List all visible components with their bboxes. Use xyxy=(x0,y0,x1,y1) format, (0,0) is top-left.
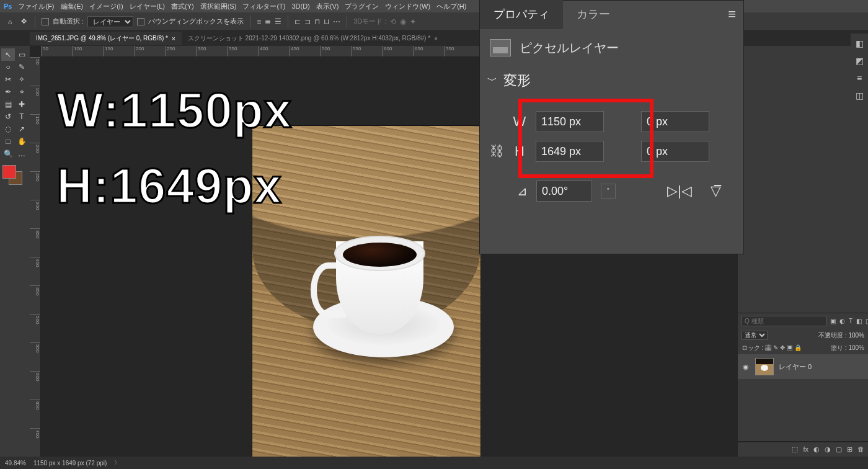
align-icon[interactable]: ⊓ xyxy=(314,17,320,26)
move-tool[interactable]: ↖ xyxy=(1,48,15,61)
auto-select-dropdown[interactable]: レイヤー xyxy=(87,16,133,27)
flip-horizontal-icon[interactable]: ▷|◁ xyxy=(667,183,692,199)
direct-tool[interactable]: ↗ xyxy=(15,123,29,135)
lock-icon[interactable]: ✎ xyxy=(773,344,778,351)
panel-menu-icon[interactable]: ≡ xyxy=(728,6,736,22)
h-label: H xyxy=(511,143,528,159)
adjustment-icon[interactable]: ◑ xyxy=(825,445,831,453)
angle-input[interactable] xyxy=(536,181,592,202)
menu-item[interactable]: 表示(V) xyxy=(316,2,339,11)
filter-icon[interactable]: ◐ xyxy=(839,318,845,324)
lock-icon[interactable]: ▦ xyxy=(765,344,771,351)
menu-item[interactable]: レイヤー(L) xyxy=(130,2,165,11)
stamp-tool[interactable]: ✚ xyxy=(15,98,29,110)
angle-dropdown[interactable]: ˅ xyxy=(601,184,616,199)
crop-tool[interactable]: ✂ xyxy=(1,73,15,86)
lock-icon[interactable]: 🔒 xyxy=(794,344,802,351)
group-icon[interactable]: ▢ xyxy=(836,445,842,453)
menu-item[interactable]: 書式(Y) xyxy=(171,2,194,11)
3d-icon[interactable]: ◉ xyxy=(400,17,406,26)
filter-icon[interactable]: ◧ xyxy=(856,318,862,324)
heal-tool[interactable]: ⌖ xyxy=(15,86,29,98)
panel-icon[interactable]: ≡ xyxy=(857,73,862,83)
new-layer-icon[interactable]: ⊞ xyxy=(847,445,852,453)
3d-icon[interactable]: ✦ xyxy=(410,17,416,26)
opacity-value[interactable]: 100% xyxy=(848,332,864,339)
hand-tool[interactable]: ✋ xyxy=(15,135,29,148)
close-icon[interactable]: × xyxy=(434,35,438,42)
filter-icon[interactable]: ▣ xyxy=(830,318,836,324)
opacity-label: 不透明度 : xyxy=(818,332,847,339)
frame-tool[interactable]: ✧ xyxy=(15,73,29,86)
eyedropper-tool[interactable]: ✒ xyxy=(1,86,15,98)
mask-icon[interactable]: ◐ xyxy=(813,445,820,453)
3d-icon[interactable]: ⟲ xyxy=(390,17,396,26)
link-icon[interactable]: ⛓ xyxy=(490,143,502,159)
bbox-checkbox[interactable] xyxy=(137,18,144,25)
zoom-value[interactable]: 49.84% xyxy=(5,460,26,467)
fg-color[interactable] xyxy=(2,165,16,179)
document-tab[interactable]: スクリーンショット 2021-12-29 140302.png @ 60.6% … xyxy=(182,32,444,45)
blend-mode-dropdown[interactable]: 通常 xyxy=(742,331,768,340)
chevron-right-icon[interactable]: 〉 xyxy=(114,458,120,467)
menu-item[interactable]: ヘルプ(H) xyxy=(436,2,466,11)
transform-section-header[interactable]: ﹀ 変形 xyxy=(480,68,743,94)
menu-item[interactable]: プラグイン xyxy=(345,2,379,11)
x-input[interactable] xyxy=(641,111,709,132)
menu-item[interactable]: フィルター(T) xyxy=(242,2,285,11)
fill-value[interactable]: 100% xyxy=(848,344,864,351)
lasso-tool[interactable]: ○ xyxy=(1,61,15,73)
height-input[interactable] xyxy=(536,141,604,162)
filter-icon[interactable]: T xyxy=(849,318,852,324)
tab-color[interactable]: カラー xyxy=(563,0,624,29)
shape-tool[interactable]: □ xyxy=(1,135,15,148)
align-icon[interactable]: ⊔ xyxy=(324,17,329,26)
panel-icon[interactable]: ◫ xyxy=(856,91,864,100)
align-icon[interactable]: ☰ xyxy=(275,17,281,26)
more-icon[interactable]: ⋯ xyxy=(333,17,340,26)
home-icon[interactable]: ⌂ xyxy=(5,17,15,27)
menu-item[interactable]: ファイル(F) xyxy=(18,2,54,11)
color-wells[interactable] xyxy=(1,165,29,190)
brush-tool[interactable]: ▤ xyxy=(1,98,15,110)
visibility-icon[interactable]: ◉ xyxy=(742,363,750,371)
layer-thumbnail[interactable] xyxy=(755,358,774,375)
layer-row[interactable]: ◉ レイヤー 0 xyxy=(738,354,868,379)
path-tool[interactable]: ◌ xyxy=(1,123,15,135)
align-icon[interactable]: ⊐ xyxy=(304,17,311,26)
menu-item[interactable]: イメージ(I) xyxy=(89,2,123,11)
wand-tool[interactable]: ✎ xyxy=(15,61,29,73)
menu-item[interactable]: 3D(D) xyxy=(291,2,309,10)
zoom-tool[interactable]: 🔍 xyxy=(1,148,15,160)
panel-icon[interactable]: ◧ xyxy=(856,38,864,48)
align-icon[interactable]: ≡ xyxy=(257,17,261,26)
chevron-down-icon: ﹀ xyxy=(487,74,497,87)
y-input[interactable] xyxy=(641,141,709,162)
type-tool[interactable]: T xyxy=(15,110,29,123)
edit-toolbar[interactable]: … xyxy=(15,148,29,160)
link-layers-icon[interactable]: ⬚ xyxy=(792,445,798,453)
auto-select-checkbox[interactable] xyxy=(42,18,49,25)
layer-name[interactable]: レイヤー 0 xyxy=(779,362,812,372)
lock-icon[interactable]: ▣ xyxy=(787,344,793,351)
artboard-tool[interactable]: ▭ xyxy=(15,48,29,61)
flip-vertical-icon[interactable]: ▽̅ xyxy=(711,183,721,199)
lock-icon[interactable]: ✥ xyxy=(780,344,785,351)
mode-label: 3Dモード : xyxy=(353,17,386,26)
fx-icon[interactable]: fx xyxy=(803,445,808,453)
menu-item[interactable]: ウィンドウ(W) xyxy=(385,2,430,11)
align-icon[interactable]: ≣ xyxy=(265,17,271,26)
menu-item[interactable]: 編集(E) xyxy=(61,2,84,11)
tab-properties[interactable]: プロパティ xyxy=(480,0,563,29)
document-tab[interactable]: IMG_2651.JPG @ 49.8% (レイヤー 0, RGB/8) * × xyxy=(30,32,182,45)
align-icon[interactable]: ⊏ xyxy=(294,17,301,26)
panel-icon[interactable]: ◩ xyxy=(856,56,864,66)
delete-icon[interactable]: 🗑 xyxy=(857,445,864,453)
layer-type-label: ピクセルレイヤー xyxy=(520,40,619,56)
history-tool[interactable]: ↺ xyxy=(1,110,15,123)
filter-icon[interactable]: ◫ xyxy=(866,318,868,324)
width-input[interactable] xyxy=(536,111,604,132)
layers-search[interactable] xyxy=(742,316,826,326)
menu-item[interactable]: 選択範囲(S) xyxy=(200,2,237,11)
close-icon[interactable]: × xyxy=(172,35,175,42)
